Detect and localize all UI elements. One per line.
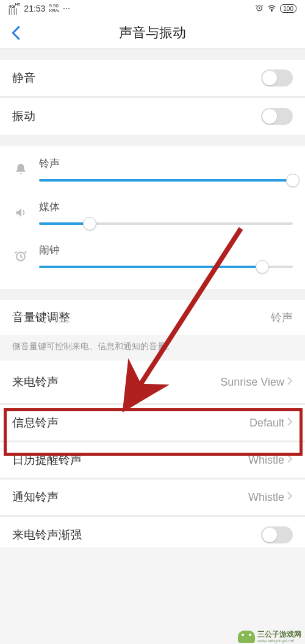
message-ringtone-value: Default <box>249 417 284 430</box>
slider-alarm: 闹钟 <box>12 238 293 281</box>
svg-point-1 <box>271 10 272 11</box>
chevron-right-icon <box>287 491 293 504</box>
chevron-right-icon <box>287 454 293 467</box>
slider-ringtone-track[interactable] <box>39 173 293 188</box>
slider-alarm-track[interactable] <box>39 260 293 274</box>
battery-indicator: 100 <box>280 4 296 13</box>
slider-media: 媒体 <box>12 195 293 238</box>
row-silent[interactable]: 静音 <box>0 60 305 96</box>
volume-key-value: 铃声 <box>271 310 293 325</box>
slider-ringtone: 铃声 <box>12 152 293 195</box>
slider-ringtone-label: 铃声 <box>39 157 293 171</box>
alarm-icon <box>255 4 264 14</box>
crescendo-toggle[interactable] <box>261 526 293 543</box>
bell-icon <box>12 157 29 176</box>
row-calendar-ringtone[interactable]: 日历提醒铃声 Whistle <box>0 442 305 478</box>
notify-ringtone-label: 通知铃声 <box>12 489 59 505</box>
chevron-right-icon <box>287 417 293 430</box>
vibrate-toggle[interactable] <box>261 108 293 125</box>
page-title: 声音与振动 <box>119 24 186 42</box>
status-bar: 4GHD ⎢⎢⎢⎢ 21:53 9.50 KB/s ⋯ 100 <box>0 0 305 17</box>
crescendo-label: 来电铃声渐强 <box>12 527 82 543</box>
volume-key-hint: 侧音量键可控制来电、信息和通知的音量。 <box>0 335 305 361</box>
calendar-ringtone-value: Whistle <box>248 454 284 467</box>
row-message-ringtone[interactable]: 信息铃声 Default <box>0 405 305 441</box>
watermark-url: www.sangongzi.net <box>257 639 301 643</box>
incoming-ringtone-label: 来电铃声 <box>12 374 59 390</box>
volume-icon <box>12 200 29 219</box>
wifi-icon <box>267 4 276 13</box>
slider-media-label: 媒体 <box>39 200 293 214</box>
notify-ringtone-value: Whistle <box>248 491 284 504</box>
message-ringtone-label: 信息铃声 <box>12 415 59 431</box>
chevron-right-icon <box>287 376 293 389</box>
watermark: 三公子游戏网 www.sangongzi.net <box>238 631 301 643</box>
slider-alarm-label: 闹钟 <box>39 243 293 257</box>
row-crescendo[interactable]: 来电铃声渐强 <box>0 517 305 547</box>
more-icon: ⋯ <box>63 4 71 13</box>
silent-toggle[interactable] <box>261 69 293 87</box>
calendar-ringtone-label: 日历提醒铃声 <box>12 452 82 468</box>
page-header: 声音与振动 <box>0 17 305 49</box>
row-notify-ringtone[interactable]: 通知铃声 Whistle <box>0 479 305 515</box>
incoming-ringtone-value: Sunrise View <box>220 376 284 389</box>
slider-media-track[interactable] <box>39 216 293 231</box>
signal-icon: ⎢⎢⎢⎢ <box>9 9 20 15</box>
net-speed-bot: KB/s <box>49 9 59 13</box>
watermark-logo-icon <box>238 631 255 643</box>
watermark-title: 三公子游戏网 <box>257 631 301 639</box>
row-vibrate[interactable]: 振动 <box>0 98 305 135</box>
vibrate-label: 振动 <box>12 108 35 124</box>
volume-sliders: 铃声 媒体 闹钟 <box>0 146 305 289</box>
row-incoming-ringtone[interactable]: 来电铃声 Sunrise View <box>0 361 305 403</box>
row-volume-key[interactable]: 音量键调整 铃声 <box>0 300 305 335</box>
silent-label: 静音 <box>12 70 35 86</box>
back-button[interactable] <box>7 17 24 48</box>
status-time: 21:53 <box>24 4 45 13</box>
volume-key-label: 音量键调整 <box>12 310 70 325</box>
clock-icon <box>12 243 29 263</box>
